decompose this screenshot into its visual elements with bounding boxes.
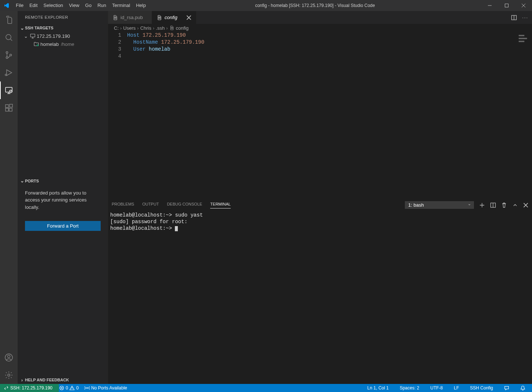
status-remote[interactable]: SSH: 172.25.179.190 (0, 384, 56, 392)
ssh-folder-path: /home (61, 41, 74, 47)
chevron-down-icon: ⌄ (19, 178, 25, 184)
crumb[interactable]: .ssh (156, 25, 165, 31)
terminal[interactable]: homelab@localhost:~> sudo yast [sudo] pa… (108, 211, 532, 384)
svg-rect-0 (505, 4, 508, 7)
status-ln-col[interactable]: Ln 1, Col 1 (364, 384, 392, 392)
ssh-host[interactable]: ⌄ 172.25.179.190 (18, 32, 108, 40)
close-window-button[interactable] (515, 0, 532, 11)
menu-go[interactable]: Go (82, 0, 94, 11)
maximize-button[interactable] (498, 0, 515, 11)
svg-rect-8 (6, 105, 8, 108)
crumb[interactable]: Chris (140, 25, 151, 31)
menu-view[interactable]: View (66, 0, 82, 11)
menu-bar: File Edit Selection View Go Run Terminal… (13, 0, 149, 11)
menu-help[interactable]: Help (133, 0, 149, 11)
section-label: HELP AND FEEDBACK (25, 378, 69, 382)
forward-port-button[interactable]: Forward a Port (25, 221, 101, 231)
section-ports[interactable]: ⌄ PORTS (18, 177, 108, 185)
panel-tab-output[interactable]: OUTPUT (142, 202, 159, 208)
menu-edit[interactable]: Edit (26, 0, 40, 11)
crumb[interactable]: Users (123, 25, 136, 31)
breadcrumbs[interactable]: C:› Users› Chris› .ssh› config (108, 24, 532, 32)
tab-id-rsa-pub[interactable]: id_rsa.pub (108, 11, 152, 24)
activity-accounts[interactable] (0, 349, 18, 366)
sidebar: REMOTE EXPLORER ⌄ SSH TARGETS ⌄ 172.25.1… (18, 11, 108, 384)
ssh-folder-label: homelab (40, 41, 59, 47)
svg-point-14 (8, 374, 10, 376)
split-editor-icon[interactable] (511, 15, 517, 21)
chevron-down-icon: ⌄ (19, 25, 25, 31)
status-problems[interactable]: 0 0 (56, 384, 82, 392)
svg-point-13 (8, 355, 10, 358)
activity-run-debug[interactable] (0, 64, 18, 81)
svg-point-2 (6, 52, 8, 54)
svg-point-1 (6, 35, 11, 40)
kill-terminal-icon[interactable] (501, 202, 507, 208)
monitor-icon (29, 33, 37, 39)
file-icon (157, 15, 162, 21)
svg-point-3 (6, 57, 8, 59)
terminal-select[interactable]: 1: bash (405, 201, 474, 209)
menu-file[interactable]: File (13, 0, 26, 11)
title-bar: File Edit Selection View Go Run Terminal… (0, 0, 532, 11)
status-notifications-icon[interactable] (517, 384, 528, 392)
section-label: PORTS (25, 179, 39, 183)
file-icon (112, 15, 118, 21)
new-terminal-icon[interactable] (479, 202, 485, 208)
activity-explorer[interactable] (0, 11, 18, 29)
minimap[interactable]: ▄▄▄▄▄▄▄▄▄▄▄▄▄▄ (519, 33, 527, 42)
activity-settings[interactable] (0, 366, 18, 384)
status-spaces[interactable]: Spaces: 2 (397, 384, 422, 392)
status-feedback-icon[interactable] (501, 384, 512, 392)
svg-point-16 (37, 44, 39, 46)
editor-actions: ··· (507, 11, 532, 24)
maximize-panel-icon[interactable] (512, 202, 518, 208)
activity-bar (0, 11, 18, 384)
svg-point-4 (10, 54, 12, 56)
code-editor[interactable]: 1 2 3 4 Host 172.25.179.190 HostName 172… (108, 32, 532, 199)
activity-extensions[interactable] (0, 99, 18, 117)
panel: PROBLEMS OUTPUT DEBUG CONSOLE TERMINAL 1… (108, 199, 532, 384)
status-language[interactable]: SSH Config (467, 384, 496, 392)
tab-label: id_rsa.pub (121, 15, 143, 20)
window-controls (481, 0, 532, 11)
activity-search[interactable] (0, 29, 18, 46)
menu-terminal[interactable]: Terminal (109, 0, 133, 11)
section-ssh-targets[interactable]: ⌄ SSH TARGETS (18, 24, 108, 32)
ports-description: Forwarded ports allow you to access your… (18, 185, 108, 215)
svg-point-20 (86, 387, 88, 389)
status-encoding[interactable]: UTF-8 (427, 384, 446, 392)
menu-selection[interactable]: Selection (40, 0, 66, 11)
panel-tab-debug-console[interactable]: DEBUG CONSOLE (167, 202, 202, 208)
minimize-button[interactable] (481, 0, 498, 11)
ssh-tree: ⌄ 172.25.179.190 homelab /home (18, 32, 108, 177)
close-panel-icon[interactable] (523, 203, 528, 208)
svg-rect-10 (9, 108, 12, 111)
vscode-icon (0, 3, 13, 8)
crumb[interactable]: config (176, 25, 189, 31)
svg-rect-15 (30, 34, 35, 37)
svg-point-5 (5, 74, 7, 76)
tab-config[interactable]: config (152, 11, 196, 24)
ssh-folder[interactable]: homelab /home (18, 40, 108, 48)
tab-label: config (165, 15, 177, 20)
status-ports[interactable]: No Ports Available (82, 384, 130, 392)
editor-region: id_rsa.pub config ··· C:› Users› (108, 11, 532, 384)
panel-tab-problems[interactable]: PROBLEMS (112, 202, 134, 208)
section-help[interactable]: › HELP AND FEEDBACK (18, 376, 108, 384)
tabs-bar: id_rsa.pub config ··· (108, 11, 532, 24)
panel-tab-terminal[interactable]: TERMINAL (210, 202, 231, 208)
panel-tabs: PROBLEMS OUTPUT DEBUG CONSOLE TERMINAL 1… (108, 199, 532, 211)
menu-run[interactable]: Run (94, 0, 109, 11)
svg-rect-9 (6, 108, 8, 111)
activity-source-control[interactable] (0, 46, 18, 64)
activity-remote-explorer[interactable] (0, 81, 18, 99)
close-tab-button[interactable] (186, 15, 191, 20)
status-eol[interactable]: LF (451, 384, 462, 392)
window-title: config - homelab [SSH: 172.25.179.190] -… (149, 3, 481, 8)
split-terminal-icon[interactable] (490, 202, 496, 208)
crumb[interactable]: C: (114, 25, 119, 31)
ssh-host-label: 172.25.179.190 (37, 33, 70, 39)
more-actions-icon[interactable]: ··· (522, 15, 528, 20)
code-content[interactable]: Host 172.25.179.190 HostName 172.25.179.… (127, 32, 532, 199)
